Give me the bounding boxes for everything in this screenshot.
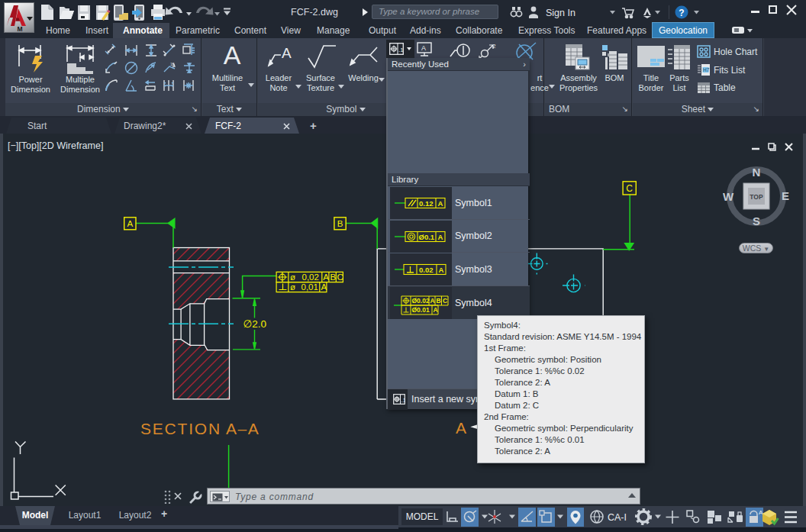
svg-text:A: A <box>439 266 444 274</box>
svg-text:∅2.0: ∅2.0 <box>243 318 267 330</box>
svg-text:2: 2 <box>492 43 496 50</box>
svg-text:.1: .1 <box>398 47 404 53</box>
svg-text:A: A <box>282 45 292 61</box>
svg-text:10: 10 <box>170 62 175 66</box>
svg-text:A: A <box>323 272 329 282</box>
svg-text:B: B <box>330 272 336 282</box>
svg-text:0.02: 0.02 <box>419 266 434 274</box>
svg-text:C: C <box>337 272 343 282</box>
svg-text:CA-I: CA-I <box>608 512 627 523</box>
svg-text:A: A <box>321 282 327 292</box>
svg-text:A: A <box>127 219 133 228</box>
svg-text:?: ? <box>679 8 684 18</box>
svg-text:B: B <box>437 297 441 305</box>
svg-text:.1: .1 <box>401 397 406 404</box>
svg-text:0,01: 0,01 <box>301 282 318 292</box>
svg-text:ø: ø <box>290 282 295 292</box>
svg-text:Sign In: Sign In <box>546 8 575 18</box>
svg-text:A–A: A–A <box>226 420 260 437</box>
svg-text:0,02: 0,02 <box>302 272 319 282</box>
svg-text:Ø0.1: Ø0.1 <box>419 233 435 241</box>
svg-text:B: B <box>337 219 343 228</box>
svg-text:H7: H7 <box>703 67 710 73</box>
svg-text:Ø0.02: Ø0.02 <box>412 297 430 305</box>
svg-text:SECTION: SECTION <box>140 420 221 437</box>
svg-text:A: A <box>438 233 443 241</box>
svg-text:C: C <box>626 183 633 194</box>
svg-text:A: A <box>456 419 466 437</box>
svg-text:0.12: 0.12 <box>419 199 434 208</box>
svg-text:A: A <box>434 306 438 314</box>
svg-text:ø: ø <box>290 272 295 282</box>
svg-text:A: A <box>421 44 426 52</box>
svg-text:Ø0.01: Ø0.01 <box>412 306 430 314</box>
svg-text:A: A <box>430 297 435 305</box>
svg-text:A: A <box>438 199 443 208</box>
svg-text:C: C <box>443 297 447 305</box>
